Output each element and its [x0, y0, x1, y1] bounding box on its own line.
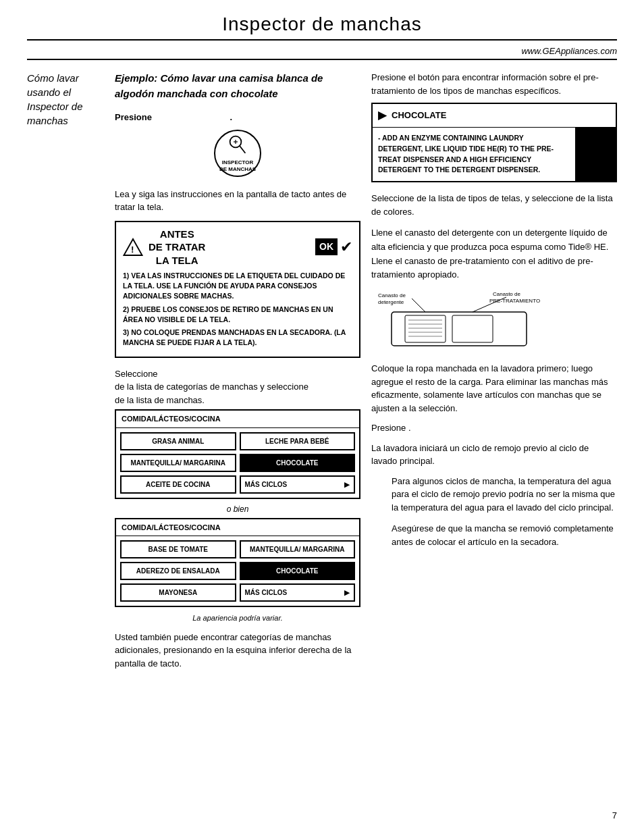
svg-rect-7: [405, 315, 446, 342]
main-layout: Cómo lavar usando el Inspector de mancha…: [27, 71, 617, 670]
warning-header: ! ANTES DE TRATAR LA TELA OK ✔: [123, 228, 352, 267]
washer-note: La lavadora iniciará un ciclo de remojo …: [371, 442, 617, 468]
ok-badge: OK: [315, 238, 338, 255]
sidebar-title: Cómo lavar usando el Inspector de mancha…: [27, 71, 108, 128]
stain-menu-2: COMIDA/LÁCTEOS/COCINA BASE DE TOMATE MAN…: [115, 518, 360, 608]
left-sidebar: Cómo lavar usando el Inspector de mancha…: [27, 71, 115, 670]
example-heading: Ejemplo: Cómo lavar una camisa blanca de…: [115, 71, 360, 101]
svg-text:detergente: detergente: [378, 299, 404, 305]
chocolate-box: ▶ CHOCOLATE - ADD AN ENZYME CONTAINING L…: [371, 103, 617, 182]
ensure-text: Asegúrese de que la mancha se removió co…: [371, 522, 617, 548]
choc-text-area: - ADD AN ENZYME CONTAINING LAUNDRY DETER…: [373, 128, 575, 181]
stain-grid-2: BASE DE TOMATE MANTEQUILLA/ MARGARINA AD…: [116, 536, 359, 606]
arrow-icon-1: ▶: [344, 480, 350, 489]
stain-grid-1: GRASA ANIMAL LECHE PARA BEBÉ MANTEQUILLA…: [116, 428, 359, 498]
stain-btn-mantequilla-1[interactable]: MANTEQUILLA/ MARGARINA: [120, 454, 236, 472]
content-area: Ejemplo: Cómo lavar una camisa blanca de…: [115, 71, 617, 670]
detergent-image: Canasto de detergente Canasto de PRE-TRA…: [371, 292, 617, 353]
small-note: La apariencia podría variar.: [115, 613, 360, 624]
inspector-icon-block: INSPECTOR DE MANCHAS: [115, 130, 360, 180]
svg-line-9: [412, 298, 425, 312]
inspector-icon: INSPECTOR DE MANCHAS: [214, 130, 261, 177]
warning-item-1: 1) VEA LAS INSTRUCCIONES DE LA ETIQUETA …: [123, 271, 352, 302]
right-column: Presione el botón para encontrar informa…: [371, 71, 617, 670]
svg-text:Canasto de: Canasto de: [493, 292, 520, 297]
press-start: Presione .: [371, 421, 617, 435]
stain-btn-mayonesa[interactable]: MAYONESA: [120, 583, 236, 602]
warning-triangle-icon: !: [123, 238, 143, 257]
warning-box: ! ANTES DE TRATAR LA TELA OK ✔ 1): [115, 221, 360, 358]
svg-text:PRE-TRATAMIENTO: PRE-TRATAMIENTO: [489, 298, 540, 304]
or-bien: o bien: [115, 503, 360, 515]
choc-header: ▶ CHOCOLATE: [373, 104, 616, 128]
press-period: .: [230, 112, 233, 122]
svg-text:!: !: [131, 244, 134, 254]
arrow-icon-2: ▶: [344, 588, 350, 597]
stain-btn-mantequilla-2[interactable]: MANTEQUILLA/ MARGARINA: [240, 540, 356, 558]
stain-btn-aceite-cocina[interactable]: ACEITE DE COCINA: [120, 475, 236, 494]
press-line-left: Presione .: [115, 111, 360, 124]
svg-text:Canasto de: Canasto de: [378, 292, 406, 298]
stain-btn-base-tomate[interactable]: BASE DE TOMATE: [120, 540, 236, 558]
stain-btn-mas-ciclos-1[interactable]: MÁS CICLOS ▶: [240, 475, 356, 494]
page-header: Inspector de manchas: [27, 14, 617, 41]
stain-btn-chocolate-2[interactable]: CHOCOLATE: [240, 562, 356, 580]
magnifier-svg: [225, 134, 250, 158]
press-word: Presione: [115, 112, 152, 122]
also-find: Usted también puede encontrar categorías…: [115, 631, 360, 671]
warning-items: 1) VEA LAS INSTRUCCIONES DE LA ETIQUETA …: [123, 271, 352, 348]
stain-btn-chocolate-1[interactable]: CHOCOLATE: [240, 454, 356, 472]
svg-line-1: [240, 146, 245, 153]
stain-btn-mas-ciclos-2[interactable]: MÁS CICLOS ▶: [240, 583, 356, 602]
stain-menu-1-header: COMIDA/LÁCTEOS/COCINA: [116, 411, 359, 428]
ok-checkmark-group: OK ✔: [315, 236, 352, 258]
page-number: 7: [612, 810, 617, 820]
press-placeholder: [155, 112, 227, 122]
stain-btn-leche-bebe[interactable]: LECHE PARA BEBÉ: [240, 432, 356, 450]
left-column: Ejemplo: Cómo lavar una camisa blanca de…: [115, 71, 360, 670]
svg-rect-6: [392, 312, 527, 346]
warning-item-3: 3) NO COLOQUE PRENDAS MANCHADAS EN LA SE…: [123, 328, 352, 348]
select-stain-line: Seleccione de la lista de categorías de …: [115, 367, 360, 407]
stain-btn-aderezo[interactable]: ADEREZO DE ENSALADA: [120, 562, 236, 580]
choc-black-bar: [575, 128, 616, 181]
page-title: Inspector de manchas: [27, 14, 617, 35]
choc-arrow-icon: ▶: [378, 107, 386, 124]
choc-header-label: CHOCOLATE: [392, 109, 446, 122]
website: www.GEAppliances.com: [27, 43, 617, 60]
detergent-svg: Canasto de detergente Canasto de PRE-TRA…: [371, 292, 547, 353]
fill-text: Llene el canasto del detergente con un d…: [371, 226, 617, 282]
select-fabric: Seleccione de la lista de tipos de telas…: [371, 192, 617, 218]
warning-title-block: ! ANTES DE TRATAR LA TELA: [123, 228, 205, 267]
stain-menu-1: COMIDA/LÁCTEOS/COCINA GRASA ANIMAL LECHE…: [115, 409, 360, 499]
checkmark-icon: ✔: [340, 236, 352, 258]
stain-menu-2-header: COMIDA/LÁCTEOS/COCINA: [116, 519, 359, 537]
stain-btn-grasa-animal[interactable]: GRASA ANIMAL: [120, 432, 236, 450]
warning-title-text: ANTES DE TRATAR LA TELA: [149, 228, 205, 267]
choc-body: - ADD AN ENZYME CONTAINING LAUNDRY DETER…: [373, 128, 616, 181]
inspector-icon-inner: INSPECTOR DE MANCHAS: [219, 134, 256, 172]
right-press-line: Presione el botón para encontrar informa…: [371, 71, 617, 97]
place-text: Coloque la ropa manchada en la lavadora …: [371, 362, 617, 415]
note-indent: Para algunos ciclos de mancha, la temper…: [371, 475, 617, 515]
read-instructions: Lea y siga las instrucciones en la panta…: [115, 188, 360, 214]
svg-rect-8: [452, 315, 493, 342]
inspector-label: INSPECTOR DE MANCHAS: [219, 159, 256, 172]
warning-item-2: 2) PRUEBE LOS CONSEJOS DE RETIRO DE MANC…: [123, 305, 352, 325]
